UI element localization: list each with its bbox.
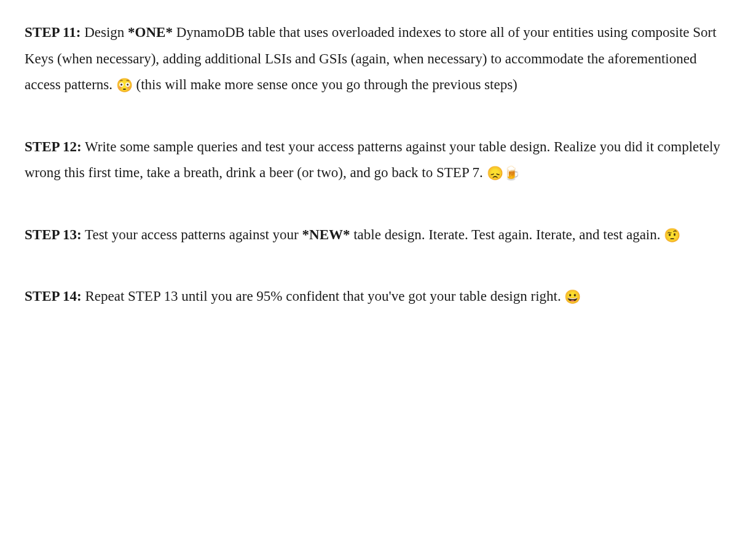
step-12-label: STEP 12: bbox=[25, 139, 82, 154]
step-13: STEP 13: Test your access patterns again… bbox=[25, 222, 731, 248]
step-13-label: STEP 13: bbox=[25, 227, 82, 242]
step-12: STEP 12: Write some sample queries and t… bbox=[25, 134, 731, 186]
disappointed-face-icon: 😞 bbox=[487, 165, 503, 181]
grinning-face-icon: 😀 bbox=[564, 289, 581, 304]
step-13-text-2: table design. Iterate. Test again. Itera… bbox=[350, 227, 664, 242]
step-14: STEP 14: Repeat STEP 13 until you are 95… bbox=[25, 284, 731, 310]
step-12-text-1: Write some sample queries and test your … bbox=[25, 139, 720, 181]
step-13-text-1: Test your access patterns against your bbox=[82, 227, 302, 242]
step-11: STEP 11: Design *ONE* DynamoDB table tha… bbox=[25, 20, 731, 98]
step-14-label: STEP 14: bbox=[25, 288, 82, 304]
step-11-text-1: Design bbox=[81, 25, 128, 40]
step-11-text-3: (this will make more sense once you go t… bbox=[133, 77, 518, 92]
flushed-face-icon: 😳 bbox=[116, 77, 133, 93]
beer-icon: 🍺 bbox=[503, 165, 520, 181]
step-14-text-1: Repeat STEP 13 until you are 95% confide… bbox=[82, 288, 565, 304]
step-11-label: STEP 11: bbox=[25, 25, 81, 40]
step-11-one: *ONE* bbox=[128, 25, 173, 40]
raised-eyebrow-icon: 🤨 bbox=[664, 228, 680, 243]
step-13-new: *NEW* bbox=[302, 227, 350, 242]
